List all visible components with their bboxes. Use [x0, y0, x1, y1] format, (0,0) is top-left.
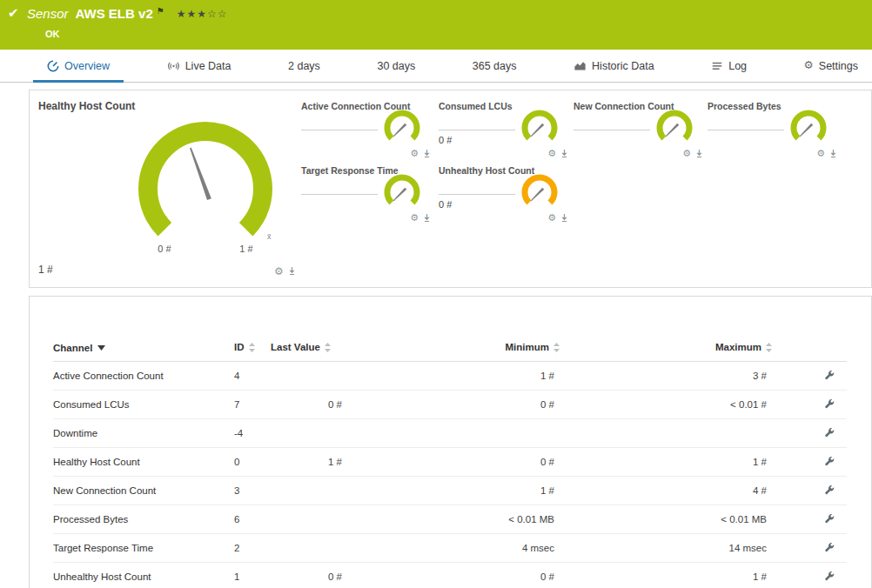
gauge-value: 0 # — [439, 199, 452, 210]
tab-label: Settings — [819, 60, 858, 72]
gear-icon[interactable]: ⚙ — [547, 149, 556, 158]
channel-minimum-cell: < 0.01 MB — [347, 504, 560, 533]
channel-last-value-cell — [271, 476, 347, 504]
wrench-icon[interactable] — [824, 456, 835, 466]
log-icon — [711, 60, 723, 72]
channel-row[interactable]: Consumed LCUs70 #0 #< 0.01 # — [53, 390, 847, 418]
wrench-icon[interactable] — [824, 398, 835, 409]
gauge-dial — [127, 113, 284, 244]
channel-maximum-cell: 4 # — [560, 476, 772, 504]
col-channel[interactable]: Channel — [53, 335, 234, 361]
primary-gauge-title: Healthy Host Count — [38, 100, 135, 112]
sort-icon — [249, 343, 255, 354]
channel-row[interactable]: Healthy Host Count01 #0 #1 # — [53, 447, 847, 476]
divider — [574, 130, 650, 130]
channel-row[interactable]: Active Connection Count41 #3 # — [53, 361, 847, 390]
col-last-value-label: Last Value — [271, 342, 320, 352]
channel-name-cell[interactable]: Downtime — [53, 418, 234, 447]
wrench-icon[interactable] — [824, 370, 835, 380]
gauge-scale-min: 0 # — [149, 244, 180, 254]
pin-icon[interactable] — [288, 267, 296, 276]
gear-icon[interactable]: ⚙ — [547, 213, 556, 223]
wrench-icon[interactable] — [824, 542, 835, 552]
pin-icon[interactable] — [695, 150, 703, 158]
tab-30-days[interactable]: 30 days — [377, 50, 415, 82]
gauge-card-actions: ⚙ — [816, 149, 837, 158]
pin-icon[interactable] — [560, 214, 568, 223]
channel-id-cell: 1 — [234, 562, 271, 588]
channel-name-cell[interactable]: New Connection Count — [53, 476, 234, 504]
gauge-card: Consumed LCUs0 #⚙ — [439, 101, 571, 160]
pin-icon[interactable] — [560, 150, 568, 158]
priority-stars[interactable]: ★★★☆☆ — [177, 8, 228, 20]
channel-name-cell[interactable]: Healthy Host Count — [53, 447, 234, 476]
star-icon[interactable]: ★ — [186, 8, 197, 20]
channel-row[interactable]: New Connection Count31 #4 # — [53, 476, 847, 504]
channel-row[interactable]: Downtime-4 — [53, 418, 847, 447]
sensor-kind-label: Sensor — [27, 6, 69, 21]
star-icon[interactable]: ☆ — [218, 8, 228, 20]
channel-last-value-cell — [271, 361, 347, 390]
pin-icon[interactable] — [423, 214, 431, 223]
col-actions — [772, 335, 847, 361]
channel-row[interactable]: Unhealthy Host Count10 #0 #1 # — [53, 562, 847, 588]
wrench-icon[interactable] — [824, 484, 835, 495]
channel-maximum-cell: 1 # — [560, 447, 772, 476]
star-icon[interactable]: ★ — [197, 8, 207, 20]
wrench-icon[interactable] — [824, 571, 835, 581]
channel-id-cell: -4 — [234, 418, 271, 447]
gauge-dial — [516, 170, 563, 214]
star-icon[interactable]: ★ — [177, 8, 187, 20]
channel-actions-cell — [772, 390, 847, 418]
gauge-card-actions: ⚙ — [410, 149, 431, 158]
tab-label: Log — [728, 60, 747, 72]
mini-gauge — [785, 106, 832, 153]
channel-actions-cell — [772, 533, 847, 562]
col-maximum[interactable]: Maximum — [560, 335, 772, 361]
tab-overview[interactable]: Overview — [47, 50, 110, 82]
gear-icon[interactable]: ⚙ — [410, 149, 419, 158]
channel-row[interactable]: Target Response Time24 msec14 msec — [53, 533, 847, 562]
col-id[interactable]: ID — [234, 335, 271, 361]
live-data-icon — [167, 60, 180, 72]
gauge-card-actions: ⚙ — [410, 213, 431, 223]
channel-name-cell[interactable]: Processed Bytes — [53, 504, 234, 533]
pin-icon[interactable] — [829, 150, 837, 158]
col-last-value[interactable]: Last Value — [271, 335, 347, 361]
flag-icon[interactable]: ⚑ — [157, 6, 164, 16]
tab-historic-data[interactable]: Historic Data — [574, 50, 654, 82]
channel-name-cell[interactable]: Target Response Time — [53, 533, 234, 562]
channel-name-cell[interactable]: Active Connection Count — [53, 361, 234, 390]
channel-maximum-cell: < 0.01 # — [560, 390, 772, 418]
channel-name-cell[interactable]: Unhealthy Host Count — [53, 562, 234, 588]
divider — [439, 130, 515, 130]
tab-settings[interactable]: ⚙Settings — [804, 50, 858, 82]
wrench-icon[interactable] — [824, 427, 835, 438]
channel-maximum-cell: 1 # — [560, 562, 772, 588]
gear-icon[interactable]: ⚙ — [274, 266, 284, 277]
mini-gauge — [379, 170, 426, 217]
channel-name-cell[interactable]: Consumed LCUs — [53, 390, 234, 418]
tab-2-days[interactable]: 2 days — [288, 50, 320, 82]
col-minimum[interactable]: Minimum — [347, 335, 560, 361]
pin-icon[interactable] — [423, 150, 431, 158]
gear-icon[interactable]: ⚙ — [816, 149, 825, 158]
channel-id-cell: 0 — [234, 447, 271, 476]
divider — [439, 194, 515, 195]
gear-icon[interactable]: ⚙ — [682, 149, 691, 158]
tab-label: 2 days — [288, 60, 320, 72]
gear-icon: ⚙ — [804, 60, 814, 71]
mini-gauge — [651, 106, 698, 153]
col-channel-label: Channel — [53, 343, 92, 353]
star-icon[interactable]: ☆ — [207, 8, 218, 20]
gear-icon[interactable]: ⚙ — [410, 213, 419, 223]
tab-live-data[interactable]: Live Data — [167, 50, 231, 82]
channel-id-cell: 7 — [234, 390, 271, 418]
channel-actions-cell — [772, 562, 847, 588]
wrench-icon[interactable] — [824, 513, 835, 524]
tab-log[interactable]: Log — [711, 50, 747, 82]
channel-row[interactable]: Processed Bytes6< 0.01 MB< 0.01 MB — [53, 504, 847, 533]
channel-actions-cell — [772, 447, 847, 476]
gauge-card: New Connection Count⚙ — [574, 101, 706, 160]
tab-365-days[interactable]: 365 days — [473, 50, 517, 82]
